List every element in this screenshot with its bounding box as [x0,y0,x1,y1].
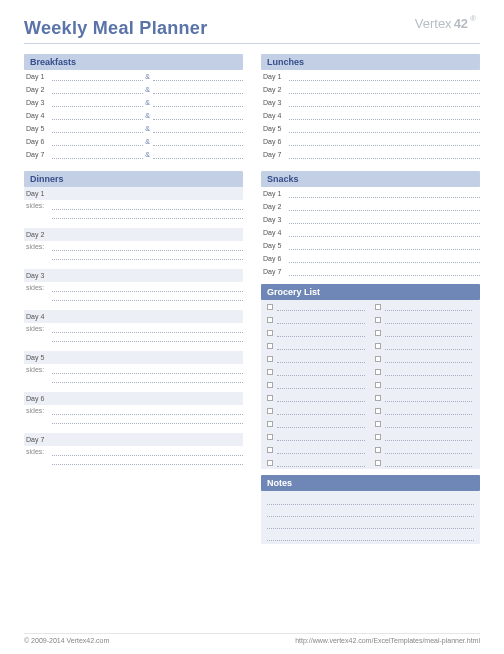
checkbox-icon[interactable] [267,330,273,336]
input-line[interactable] [153,111,244,120]
notes-line[interactable] [267,517,474,529]
input-line[interactable] [52,334,243,342]
input-line[interactable] [289,241,480,250]
input-line[interactable] [277,354,365,363]
checkbox-icon[interactable] [375,382,381,388]
grocery-item[interactable] [371,391,479,404]
input-line[interactable] [277,315,365,324]
input-line[interactable] [289,228,480,237]
input-line[interactable] [289,124,480,133]
checkbox-icon[interactable] [267,395,273,401]
input-line[interactable] [277,432,365,441]
input-line[interactable] [289,254,480,263]
input-line[interactable] [385,406,473,415]
input-line[interactable] [277,406,365,415]
input-line[interactable] [289,85,480,94]
input-line[interactable] [277,445,365,454]
checkbox-icon[interactable] [375,408,381,414]
grocery-item[interactable] [263,326,371,339]
checkbox-icon[interactable] [375,304,381,310]
checkbox-icon[interactable] [267,317,273,323]
input-line[interactable] [277,367,365,376]
grocery-item[interactable] [371,326,479,339]
input-line[interactable] [277,328,365,337]
input-line[interactable] [385,432,473,441]
input-line[interactable] [153,72,244,81]
input-line[interactable] [277,419,365,428]
input-line[interactable] [52,407,243,415]
input-line[interactable] [385,367,473,376]
input-line[interactable] [289,215,480,224]
grocery-item[interactable] [371,313,479,326]
grocery-item[interactable] [263,365,371,378]
checkbox-icon[interactable] [267,460,273,466]
checkbox-icon[interactable] [267,421,273,427]
checkbox-icon[interactable] [375,330,381,336]
input-line[interactable] [153,124,244,133]
checkbox-icon[interactable] [375,343,381,349]
checkbox-icon[interactable] [267,408,273,414]
checkbox-icon[interactable] [375,421,381,427]
grocery-item[interactable] [371,300,479,313]
input-line[interactable] [277,302,365,311]
grocery-item[interactable] [263,313,371,326]
input-line[interactable] [289,189,480,198]
input-line[interactable] [385,354,473,363]
input-line[interactable] [52,416,243,424]
checkbox-icon[interactable] [267,304,273,310]
input-line[interactable] [52,243,243,251]
checkbox-icon[interactable] [267,447,273,453]
input-line[interactable] [52,293,243,301]
grocery-item[interactable] [263,391,371,404]
input-line[interactable] [52,85,143,94]
notes-line[interactable] [267,505,474,517]
notes-line[interactable] [267,493,474,505]
grocery-item[interactable] [263,417,371,430]
checkbox-icon[interactable] [375,356,381,362]
grocery-item[interactable] [371,456,479,469]
grocery-item[interactable] [263,378,371,391]
grocery-item[interactable] [371,404,479,417]
grocery-item[interactable] [371,430,479,443]
input-line[interactable] [52,211,243,219]
input-line[interactable] [385,302,473,311]
input-line[interactable] [385,393,473,402]
checkbox-icon[interactable] [267,369,273,375]
grocery-item[interactable] [263,443,371,456]
input-line[interactable] [52,325,243,333]
input-line[interactable] [52,457,243,465]
input-line[interactable] [52,284,243,292]
input-line[interactable] [289,202,480,211]
input-line[interactable] [277,380,365,389]
checkbox-icon[interactable] [375,434,381,440]
checkbox-icon[interactable] [375,447,381,453]
checkbox-icon[interactable] [267,434,273,440]
grocery-item[interactable] [371,339,479,352]
checkbox-icon[interactable] [375,395,381,401]
checkbox-icon[interactable] [375,317,381,323]
input-line[interactable] [289,267,480,276]
input-line[interactable] [277,458,365,467]
checkbox-icon[interactable] [375,460,381,466]
input-line[interactable] [385,315,473,324]
checkbox-icon[interactable] [375,369,381,375]
input-line[interactable] [52,202,243,210]
input-line[interactable] [52,375,243,383]
input-line[interactable] [385,458,473,467]
input-line[interactable] [385,419,473,428]
input-line[interactable] [52,252,243,260]
input-line[interactable] [52,366,243,374]
grocery-item[interactable] [371,417,479,430]
input-line[interactable] [385,328,473,337]
notes-line[interactable] [267,529,474,541]
input-line[interactable] [289,137,480,146]
input-line[interactable] [385,341,473,350]
input-line[interactable] [289,72,480,81]
input-line[interactable] [289,111,480,120]
input-line[interactable] [385,380,473,389]
grocery-item[interactable] [263,339,371,352]
grocery-item[interactable] [263,300,371,313]
input-line[interactable] [153,85,244,94]
input-line[interactable] [153,150,244,159]
input-line[interactable] [52,98,143,107]
